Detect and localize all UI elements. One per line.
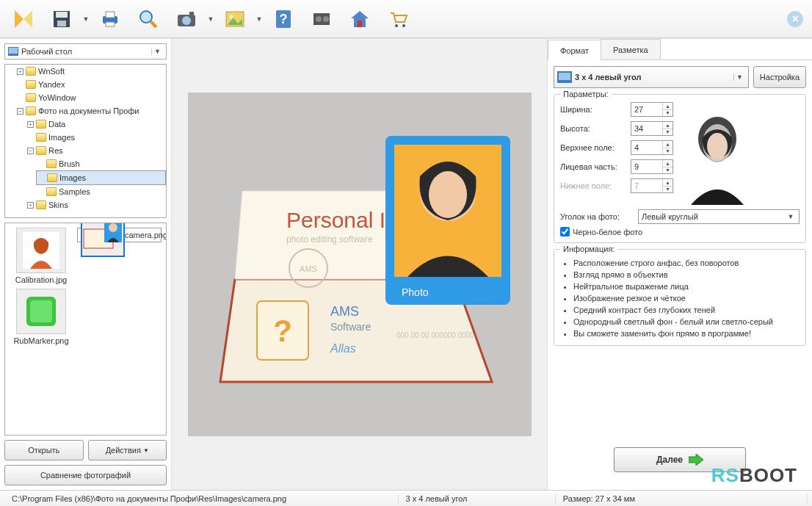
- info-item: Средний контраст без глубоких теней: [573, 304, 800, 316]
- height-spinner[interactable]: 34▲▼: [631, 121, 673, 136]
- tree-node[interactable]: Brush: [36, 157, 166, 170]
- tree-node[interactable]: Images: [26, 131, 166, 144]
- svg-point-23: [395, 24, 398, 27]
- tree-node-selected[interactable]: Images: [36, 170, 166, 185]
- info-item: Изображение резкое и чёткое: [573, 292, 800, 304]
- face-spinner[interactable]: 9▲▼: [631, 159, 673, 174]
- svg-text:Allas: Allas: [330, 342, 356, 355]
- open-button[interactable]: Открыть: [4, 440, 84, 460]
- svg-point-11: [182, 16, 191, 25]
- info-item: Однородный светлый фон - белый или светл…: [573, 316, 800, 328]
- status-path: C:\Program Files (x86)\Фото на документы…: [4, 494, 399, 503]
- svg-rect-26: [9, 48, 18, 54]
- tree-node[interactable]: YoWindow: [15, 91, 166, 104]
- status-bar: C:\Program Files (x86)\Фото на документы…: [0, 490, 812, 506]
- thumb-item-selected[interactable]: camera.png: [77, 228, 162, 242]
- svg-point-47: [429, 171, 467, 218]
- svg-point-31: [109, 223, 117, 232]
- svg-point-20: [323, 16, 329, 22]
- bw-checkbox[interactable]: Черно-белое фото: [560, 227, 800, 236]
- svg-text:AMS: AMS: [300, 264, 317, 273]
- info-item: Нейтральное выражение лица: [573, 281, 800, 292]
- tree-node[interactable]: −Res: [26, 144, 166, 157]
- thumb-item[interactable]: Calibration.jpg: [10, 228, 73, 284]
- compare-button[interactable]: Сравнение фотографий: [4, 465, 167, 485]
- svg-marker-0: [15, 10, 23, 28]
- width-spinner[interactable]: 27▲▼: [631, 102, 673, 117]
- preview-image: Personal ID photo editing software AMS ?…: [188, 93, 532, 436]
- svg-rect-33: [30, 300, 52, 322]
- save-dropdown[interactable]: ▼: [82, 15, 90, 23]
- bottom-spinner: 7▲▼: [631, 178, 673, 193]
- tree-node[interactable]: −Фото на документы Профи: [15, 104, 166, 118]
- brand-logo: RSBOOT: [711, 464, 797, 487]
- info-group: Информация: Расположение строго анфас, б…: [554, 249, 806, 346]
- params-group: Параметры: Ширина:27▲▼ Высота:34▲▼ Верхн…: [554, 94, 806, 243]
- image-icon[interactable]: [217, 3, 253, 35]
- preview-sub: photo editing software: [286, 234, 373, 245]
- location-combo[interactable]: Рабочий стол ▼: [4, 43, 167, 59]
- tab-layout[interactable]: Разметка: [601, 39, 661, 59]
- corner-select[interactable]: Левый круглый▼: [638, 209, 800, 224]
- svg-marker-56: [689, 454, 703, 466]
- open-icon[interactable]: [6, 3, 41, 35]
- tree-node[interactable]: +WnSoft: [15, 65, 166, 78]
- actions-button[interactable]: Действия ▼: [88, 440, 167, 460]
- thumbnail-grid: Calibration.jpg camera.png RubMarker.png: [4, 223, 167, 435]
- svg-rect-3: [56, 12, 68, 18]
- status-format: 3 x 4 левый угол: [399, 494, 556, 503]
- thumb-item[interactable]: RubMarker.png: [10, 289, 73, 345]
- thumb-label: RubMarker.png: [10, 336, 73, 345]
- thumb-label: Calibration.jpg: [10, 275, 73, 284]
- sidebar: Рабочий стол ▼ +WnSoft Yandex YoWindow −…: [0, 39, 172, 490]
- chevron-down-icon[interactable]: ▼: [733, 73, 745, 81]
- svg-text:?: ?: [280, 12, 288, 26]
- info-item: Вы сможете заменить фон прямо в программ…: [573, 328, 800, 339]
- main-toolbar: ▼ ▼ ▼ ? ✕: [0, 0, 812, 38]
- svg-rect-6: [106, 12, 115, 18]
- svg-line-9: [151, 21, 156, 27]
- preview-title: Personal ID: [286, 208, 402, 232]
- thumb-label: camera.png: [125, 231, 167, 239]
- svg-text:Software: Software: [330, 321, 371, 333]
- format-select[interactable]: 3 x 4 левый угол ▼: [554, 66, 749, 88]
- top-spinner[interactable]: 4▲▼: [631, 140, 673, 155]
- svg-point-8: [140, 11, 152, 23]
- info-item: Расположение строго анфас, без поворотов: [573, 257, 800, 269]
- video-icon[interactable]: [304, 3, 339, 35]
- folder-tree[interactable]: +WnSoft Yandex YoWindow −Фото на докумен…: [4, 64, 167, 218]
- tab-format[interactable]: Формат: [548, 40, 601, 60]
- close-panel-icon[interactable]: ✕: [787, 11, 803, 27]
- svg-point-19: [316, 16, 322, 22]
- svg-rect-4: [57, 21, 66, 26]
- print-icon[interactable]: [93, 3, 128, 35]
- help-icon[interactable]: ?: [266, 3, 301, 35]
- tree-node[interactable]: +Data: [26, 118, 166, 131]
- right-panel: Формат Разметка 3 x 4 левый угол ▼ Настр…: [548, 39, 812, 490]
- svg-text:Photo: Photo: [402, 286, 429, 298]
- image-dropdown[interactable]: ▼: [255, 15, 263, 23]
- tree-node[interactable]: Samples: [36, 185, 166, 198]
- svg-text:AMS: AMS: [330, 304, 359, 319]
- save-icon[interactable]: [44, 3, 79, 35]
- home-icon[interactable]: [342, 3, 377, 35]
- preview-area: Personal ID photo editing software AMS ?…: [172, 39, 548, 490]
- svg-rect-7: [106, 22, 115, 26]
- cart-icon[interactable]: [380, 3, 416, 35]
- search-icon[interactable]: [131, 3, 166, 35]
- svg-point-24: [402, 24, 405, 27]
- info-item: Взгляд прямо в объектив: [573, 269, 800, 281]
- tree-node[interactable]: Yandex: [15, 78, 166, 91]
- camera-dropdown[interactable]: ▼: [207, 15, 214, 23]
- chevron-down-icon[interactable]: ▼: [151, 48, 163, 55]
- svg-rect-22: [358, 21, 362, 27]
- svg-rect-12: [189, 12, 194, 15]
- svg-marker-1: [23, 10, 32, 28]
- location-label: Рабочий стол: [21, 47, 72, 56]
- camera-icon[interactable]: [169, 3, 204, 35]
- sample-photo: [681, 102, 754, 205]
- svg-rect-50: [559, 73, 570, 80]
- settings-button[interactable]: Настройка: [753, 66, 806, 88]
- arrow-right-icon: [689, 454, 703, 466]
- tree-node[interactable]: +Skins: [26, 198, 166, 212]
